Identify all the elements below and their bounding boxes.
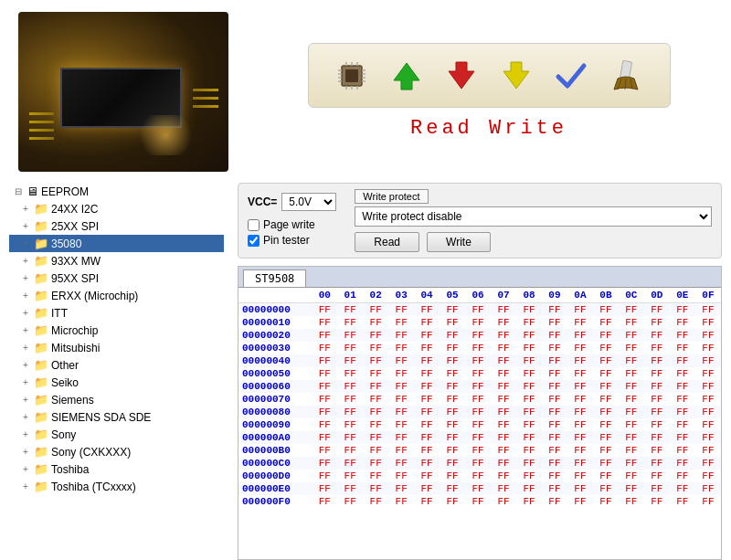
tree-item-other[interactable]: + 📁 Other — [9, 356, 224, 374]
hex-cell-00000040-0[interactable]: FF — [312, 354, 337, 367]
hex-cell-000000D0-12[interactable]: FF — [619, 470, 644, 482]
hex-cell-000000F0-5[interactable]: FF — [440, 495, 465, 508]
hex-cell-00000000-2[interactable]: FF — [363, 303, 388, 317]
hex-cell-00000090-11[interactable]: FF — [593, 418, 619, 431]
hex-cell-00000090-14[interactable]: FF — [670, 418, 695, 431]
hex-cell-00000060-14[interactable]: FF — [670, 380, 695, 393]
hex-cell-000000F0-0[interactable]: FF — [312, 495, 337, 508]
hex-cell-000000B0-5[interactable]: FF — [440, 444, 465, 457]
hex-cell-000000D0-6[interactable]: FF — [465, 470, 491, 482]
erase-icon[interactable] — [606, 55, 647, 96]
hex-cell-00000060-7[interactable]: FF — [491, 380, 516, 393]
hex-cell-00000010-10[interactable]: FF — [567, 316, 593, 329]
hex-cell-00000050-12[interactable]: FF — [619, 367, 644, 380]
hex-cell-000000E0-10[interactable]: FF — [567, 482, 593, 495]
hex-cell-000000A0-13[interactable]: FF — [644, 431, 670, 444]
hex-cell-000000F0-14[interactable]: FF — [670, 495, 695, 508]
hex-cell-000000B0-9[interactable]: FF — [542, 444, 567, 457]
hex-cell-000000B0-6[interactable]: FF — [465, 444, 491, 457]
verify-icon[interactable] — [551, 55, 592, 96]
hex-cell-000000E0-2[interactable]: FF — [363, 482, 388, 495]
expander-itt[interactable]: + — [20, 308, 31, 318]
hex-cell-000000F0-15[interactable]: FF — [695, 495, 721, 508]
hex-cell-000000B0-13[interactable]: FF — [644, 444, 670, 457]
hex-cell-00000080-11[interactable]: FF — [593, 406, 619, 418]
hex-cell-00000060-4[interactable]: FF — [414, 380, 440, 393]
hex-cell-000000A0-15[interactable]: FF — [695, 431, 721, 444]
hex-cell-00000090-4[interactable]: FF — [414, 418, 440, 431]
hex-cell-00000060-6[interactable]: FF — [465, 380, 491, 393]
hex-cell-00000090-10[interactable]: FF — [567, 418, 593, 431]
download-yellow-icon[interactable] — [496, 55, 537, 96]
hex-cell-000000D0-15[interactable]: FF — [695, 470, 721, 482]
hex-cell-00000060-1[interactable]: FF — [337, 380, 363, 393]
hex-cell-00000050-13[interactable]: FF — [644, 367, 670, 380]
expander-siemens[interactable]: + — [20, 395, 31, 405]
hex-cell-00000080-12[interactable]: FF — [619, 406, 644, 418]
hex-cell-000000B0-12[interactable]: FF — [619, 444, 644, 457]
hex-cell-00000020-15[interactable]: FF — [695, 329, 721, 342]
hex-cell-00000020-11[interactable]: FF — [593, 329, 619, 342]
hex-cell-000000E0-3[interactable]: FF — [388, 482, 414, 495]
hex-cell-000000C0-6[interactable]: FF — [465, 457, 491, 470]
hex-cell-00000020-10[interactable]: FF — [567, 329, 593, 342]
hex-cell-00000050-9[interactable]: FF — [542, 367, 567, 380]
hex-cell-00000030-6[interactable]: FF — [465, 342, 491, 354]
hex-cell-000000B0-1[interactable]: FF — [337, 444, 363, 457]
expander-toshiba[interactable]: + — [20, 464, 31, 474]
expander-erxx-microchip[interactable]: + — [20, 291, 31, 301]
hex-cell-00000000-11[interactable]: FF — [593, 303, 619, 317]
hex-cell-000000E0-5[interactable]: FF — [440, 482, 465, 495]
hex-cell-00000080-14[interactable]: FF — [670, 406, 695, 418]
hex-cell-00000090-5[interactable]: FF — [440, 418, 465, 431]
hex-cell-000000D0-7[interactable]: FF — [491, 470, 516, 482]
hex-cell-00000060-12[interactable]: FF — [619, 380, 644, 393]
hex-cell-00000020-3[interactable]: FF — [388, 329, 414, 342]
tree-item-95xx-spi[interactable]: + 📁 95XX SPI — [9, 269, 224, 287]
hex-cell-000000E0-15[interactable]: FF — [695, 482, 721, 495]
upload-icon[interactable] — [387, 55, 428, 96]
hex-cell-00000020-5[interactable]: FF — [440, 329, 465, 342]
hex-cell-00000020-9[interactable]: FF — [542, 329, 567, 342]
hex-cell-00000060-11[interactable]: FF — [593, 380, 619, 393]
hex-cell-00000050-1[interactable]: FF — [337, 367, 363, 380]
hex-cell-00000030-15[interactable]: FF — [695, 342, 721, 354]
hex-cell-00000010-1[interactable]: FF — [337, 316, 363, 329]
hex-cell-000000C0-10[interactable]: FF — [567, 457, 593, 470]
hex-cell-00000040-12[interactable]: FF — [619, 354, 644, 367]
hex-cell-00000000-5[interactable]: FF — [440, 303, 465, 317]
hex-cell-000000E0-11[interactable]: FF — [593, 482, 619, 495]
hex-cell-000000C0-15[interactable]: FF — [695, 457, 721, 470]
hex-cell-000000A0-14[interactable]: FF — [670, 431, 695, 444]
expander-toshiba-tcxxxx[interactable]: + — [20, 481, 31, 491]
tree-item-itt[interactable]: + 📁 ITT — [9, 304, 224, 322]
hex-cell-00000050-5[interactable]: FF — [440, 367, 465, 380]
hex-cell-000000D0-13[interactable]: FF — [644, 470, 670, 482]
hex-cell-000000A0-2[interactable]: FF — [363, 431, 388, 444]
hex-cell-00000040-7[interactable]: FF — [491, 354, 516, 367]
hex-cell-000000D0-8[interactable]: FF — [516, 470, 542, 482]
tree-item-35080[interactable]: + 📁 35080 — [9, 235, 224, 252]
hex-cell-00000010-4[interactable]: FF — [414, 316, 440, 329]
hex-cell-00000040-13[interactable]: FF — [644, 354, 670, 367]
hex-tab-st9508[interactable]: ST9508 — [243, 269, 306, 287]
tree-item-erxx-microchip[interactable]: + 📁 ERXX (Microchip) — [9, 287, 224, 304]
hex-cell-00000020-2[interactable]: FF — [363, 329, 388, 342]
hex-cell-000000B0-4[interactable]: FF — [414, 444, 440, 457]
hex-cell-000000B0-15[interactable]: FF — [695, 444, 721, 457]
expander-sony[interactable]: + — [20, 429, 31, 439]
hex-cell-00000030-1[interactable]: FF — [337, 342, 363, 354]
expander-95xx-spi[interactable]: + — [20, 273, 31, 283]
hex-cell-000000E0-4[interactable]: FF — [414, 482, 440, 495]
hex-cell-000000E0-7[interactable]: FF — [491, 482, 516, 495]
hex-cell-00000030-9[interactable]: FF — [542, 342, 567, 354]
hex-cell-000000D0-14[interactable]: FF — [670, 470, 695, 482]
hex-cell-00000070-14[interactable]: FF — [670, 393, 695, 406]
hex-cell-00000000-10[interactable]: FF — [567, 303, 593, 317]
hex-cell-000000F0-11[interactable]: FF — [593, 495, 619, 508]
hex-cell-00000060-10[interactable]: FF — [567, 380, 593, 393]
hex-cell-00000000-4[interactable]: FF — [414, 303, 440, 317]
hex-cell-00000000-15[interactable]: FF — [695, 303, 721, 317]
hex-cell-00000000-13[interactable]: FF — [644, 303, 670, 317]
hex-cell-000000C0-4[interactable]: FF — [414, 457, 440, 470]
